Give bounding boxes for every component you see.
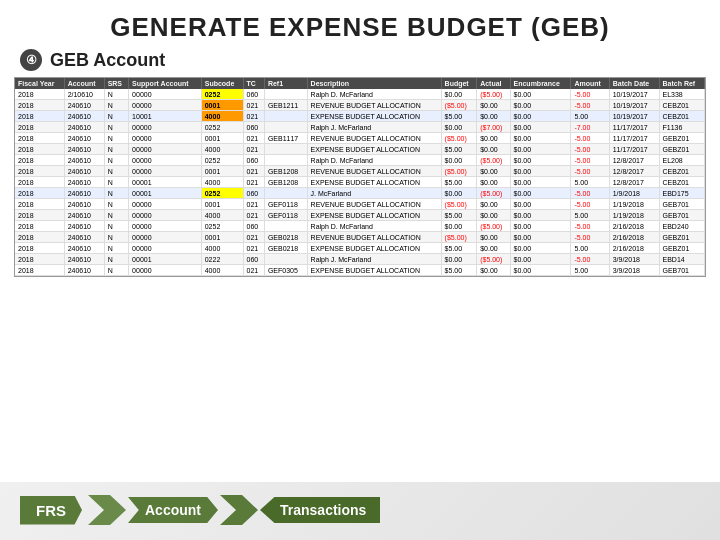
table-cell: 00000 — [129, 243, 202, 254]
table-cell: ($5.00) — [477, 89, 510, 100]
table-cell: 060 — [243, 254, 264, 265]
table-cell: 12/8/2017 — [609, 155, 659, 166]
account-label: Account — [128, 497, 218, 523]
table-cell: $0.00 — [510, 210, 571, 221]
table-cell: CEBZ01 — [659, 100, 705, 111]
table-cell: 240610 — [64, 177, 104, 188]
table-cell: -5.00 — [571, 221, 609, 232]
table-cell: 0252 — [201, 188, 243, 199]
table-cell: GEBZ01 — [659, 133, 705, 144]
table-cell: 00000 — [129, 100, 202, 111]
table-cell: 060 — [243, 188, 264, 199]
table-cell — [264, 221, 307, 232]
table-cell: $0.00 — [477, 133, 510, 144]
table-cell: N — [104, 155, 128, 166]
table-cell: $0.00 — [441, 155, 477, 166]
table-cell: 0001 — [201, 199, 243, 210]
table-cell: $0.00 — [441, 89, 477, 100]
table-cell: 021 — [243, 177, 264, 188]
table-cell — [264, 89, 307, 100]
col-account: Account — [64, 78, 104, 89]
table-cell: ($5.00) — [477, 254, 510, 265]
table-cell: 2018 — [15, 210, 64, 221]
table-cell: $5.00 — [441, 210, 477, 221]
table-cell: $0.00 — [510, 111, 571, 122]
table-cell: 240610 — [64, 100, 104, 111]
table-cell — [264, 122, 307, 133]
table-cell: $0.00 — [510, 144, 571, 155]
table-cell: N — [104, 111, 128, 122]
table-cell: CEBZ01 — [659, 177, 705, 188]
table-cell: 00000 — [129, 199, 202, 210]
table-row: 2018240610N000000001021GEB1211REVENUE BU… — [15, 100, 705, 111]
page-title: GENERATE EXPENSE BUDGET (GEB) — [0, 0, 720, 47]
table-cell: 021 — [243, 232, 264, 243]
table-row: 2018240610N000000001021GEF0118REVENUE BU… — [15, 199, 705, 210]
table-cell: EXPENSE BUDGET ALLOCATION — [307, 111, 441, 122]
table-cell: GEBZ01 — [659, 232, 705, 243]
table-cell: GEB1211 — [264, 100, 307, 111]
table-cell: 240610 — [64, 122, 104, 133]
table-cell: -7.00 — [571, 122, 609, 133]
table-cell — [264, 254, 307, 265]
table-cell: Ralph J. McFarland — [307, 254, 441, 265]
table-cell: 00000 — [129, 232, 202, 243]
table-cell: Ralph D. McFarland — [307, 155, 441, 166]
table-cell: 00001 — [129, 177, 202, 188]
table-cell: 0001 — [201, 100, 243, 111]
table-cell: 2018 — [15, 254, 64, 265]
table-cell: 240610 — [64, 265, 104, 276]
table-cell: $0.00 — [510, 221, 571, 232]
table-cell: 10/19/2017 — [609, 111, 659, 122]
table-cell: GEB701 — [659, 199, 705, 210]
table-cell: 2/16/2018 — [609, 243, 659, 254]
table-row: 2018240610N000000001021GEB1117REVENUE BU… — [15, 133, 705, 144]
table-cell: 2018 — [15, 232, 64, 243]
table-cell: -5.00 — [571, 155, 609, 166]
table-cell: 240610 — [64, 144, 104, 155]
table-cell: N — [104, 232, 128, 243]
table-cell: 0252 — [201, 221, 243, 232]
table-cell: N — [104, 265, 128, 276]
table-cell: 2018 — [15, 199, 64, 210]
table-row: 2018240610N000004000021EXPENSE BUDGET AL… — [15, 144, 705, 155]
table-cell: EL208 — [659, 155, 705, 166]
table-cell: EBD240 — [659, 221, 705, 232]
data-table: Fiscal Year Account SRS Support Account … — [14, 77, 706, 277]
table-cell: 00000 — [129, 221, 202, 232]
table-cell: 1/19/2018 — [609, 210, 659, 221]
table-cell: Ralph D. McFarland — [307, 89, 441, 100]
table-cell: GEBZ01 — [659, 144, 705, 155]
table-cell: 00000 — [129, 89, 202, 100]
table-cell: 060 — [243, 122, 264, 133]
table-cell: 021 — [243, 100, 264, 111]
table-cell: 240610 — [64, 133, 104, 144]
table-cell: ($5.00) — [477, 221, 510, 232]
table-cell: $5.00 — [441, 243, 477, 254]
col-actual: Actual — [477, 78, 510, 89]
col-ref1: Ref1 — [264, 78, 307, 89]
table-cell: 2018 — [15, 265, 64, 276]
table-cell: EXPENSE BUDGET ALLOCATION — [307, 210, 441, 221]
table-cell: 1/19/2018 — [609, 199, 659, 210]
table-cell: 00000 — [129, 265, 202, 276]
col-encumbrance: Encumbrance — [510, 78, 571, 89]
table-cell: ($5.00) — [477, 155, 510, 166]
table-cell: GEB1208 — [264, 177, 307, 188]
table-cell: N — [104, 177, 128, 188]
table-cell: REVENUE BUDGET ALLOCATION — [307, 199, 441, 210]
table-cell: 00001 — [129, 188, 202, 199]
table-cell: ($7.00) — [477, 122, 510, 133]
table-cell: EBD14 — [659, 254, 705, 265]
table-cell: 2/16/2018 — [609, 221, 659, 232]
table-row: 2018240610N000004000021GEB0218EXPENSE BU… — [15, 243, 705, 254]
table-cell: 021 — [243, 144, 264, 155]
table-cell: 5.00 — [571, 111, 609, 122]
page-subtitle: GEB Account — [50, 50, 165, 71]
table-cell: 240610 — [64, 210, 104, 221]
table-cell: 240610 — [64, 221, 104, 232]
table-cell: 0001 — [201, 166, 243, 177]
table-cell: 2018 — [15, 243, 64, 254]
table-cell: $0.00 — [510, 265, 571, 276]
table-cell: $0.00 — [510, 254, 571, 265]
